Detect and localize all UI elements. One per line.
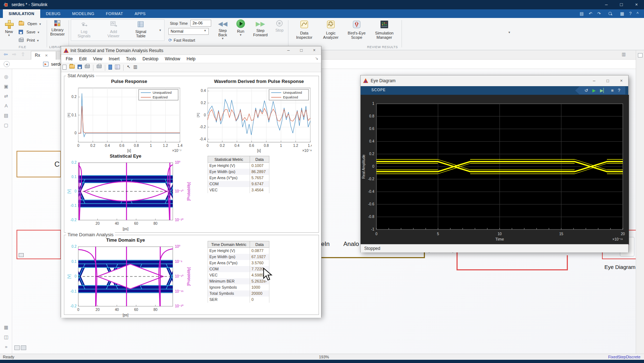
help-icon[interactable]: ? bbox=[618, 87, 620, 94]
menu-item-edit[interactable]: Edit bbox=[76, 55, 90, 61]
data-inspector-button[interactable]: Data Inspector bbox=[293, 20, 315, 39]
menu-item-desktop[interactable]: Desktop bbox=[139, 55, 162, 61]
data-table-icon[interactable]: ▥ bbox=[133, 64, 137, 69]
help-icon[interactable]: ? bbox=[629, 9, 632, 18]
zoom-icon[interactable]: ◎ bbox=[0, 74, 12, 79]
save-button[interactable]: Save ▼ bbox=[19, 28, 40, 35]
run-button[interactable]: Run ▼ bbox=[234, 19, 247, 37]
pointer-icon[interactable]: ↖ bbox=[127, 64, 130, 69]
save-icon[interactable]: ▤ bbox=[580, 9, 584, 18]
tab-apps[interactable]: APPS bbox=[129, 9, 152, 18]
tab-modeling[interactable]: MODELING bbox=[66, 9, 100, 18]
tab-debug[interactable]: DEBUG bbox=[40, 9, 66, 18]
table-row[interactable]: VEC4.5985 bbox=[208, 272, 269, 278]
compare-icon[interactable]: ⇄ bbox=[0, 93, 12, 99]
image-icon[interactable]: ▤ bbox=[0, 113, 12, 118]
run-icon[interactable]: ▶ bbox=[592, 87, 596, 94]
tab-simulation[interactable]: SIMULATION bbox=[3, 9, 40, 18]
signal-line-red-h[interactable] bbox=[457, 269, 568, 270]
print-preview-icon[interactable] bbox=[97, 65, 102, 68]
step-back-icon[interactable]: ↺ bbox=[584, 87, 588, 94]
log-signals-button[interactable]: Log Signals bbox=[74, 21, 94, 38]
table-row[interactable]: Eye Height (V)0.0877 bbox=[208, 248, 269, 254]
canvas-tool-icon[interactable] bbox=[21, 345, 26, 350]
insert-colorbar-icon[interactable] bbox=[115, 65, 120, 69]
table-row[interactable]: Minimum BER5.2632e- bbox=[208, 278, 269, 284]
model-data-icon[interactable]: ▦ bbox=[0, 325, 12, 330]
table-row[interactable]: Total Symbols20000 bbox=[208, 290, 269, 297]
menu-item-file[interactable]: File bbox=[62, 55, 76, 61]
table-row[interactable]: COM7.7220 bbox=[208, 266, 269, 272]
new-button[interactable]: New ▼ bbox=[3, 20, 15, 37]
panel-toggle-icon[interactable] bbox=[638, 53, 643, 57]
menu-item-window[interactable]: Window bbox=[162, 55, 184, 61]
up-arrow-icon[interactable]: ⇧ bbox=[21, 51, 25, 57]
search-icon[interactable] bbox=[606, 9, 615, 18]
close-tab-icon[interactable]: ✕ bbox=[45, 53, 48, 57]
step-back-button[interactable]: ◀◀ Step Back ▼ bbox=[214, 20, 231, 40]
status-solver[interactable]: FixedStepDiscrete bbox=[608, 355, 640, 359]
close-button[interactable]: × bbox=[630, 1, 643, 9]
redo-icon[interactable]: ↷ bbox=[597, 9, 601, 18]
table-row[interactable]: COM9.6747 bbox=[208, 181, 269, 187]
stop-button[interactable]: Stop bbox=[273, 20, 286, 32]
signal-line-olive-stub[interactable] bbox=[424, 252, 425, 258]
minimize-button[interactable]: – bbox=[283, 46, 294, 55]
table-row[interactable]: Eye Width (ps)67.1927 bbox=[208, 254, 269, 260]
minimize-button[interactable]: – bbox=[600, 1, 612, 9]
print-button[interactable]: Print ▼ bbox=[19, 37, 39, 43]
table-row[interactable]: SER0 bbox=[208, 297, 269, 303]
collapse-ribbon-icon[interactable]: ^ bbox=[636, 9, 639, 18]
frame-icon[interactable]: ▣ bbox=[0, 84, 12, 89]
hide-browser-icon[interactable]: ◂ bbox=[4, 61, 10, 67]
add-viewer-button[interactable]: Add Viewer bbox=[103, 21, 124, 38]
annotation-icon[interactable]: A bbox=[0, 103, 12, 108]
area-icon[interactable]: ▢ bbox=[0, 122, 12, 128]
print-icon[interactable] bbox=[85, 65, 90, 68]
property-inspector-icon[interactable]: ◫ bbox=[0, 334, 12, 340]
open-icon[interactable] bbox=[69, 65, 75, 69]
menu-item-view[interactable]: View bbox=[90, 55, 106, 61]
maximize-button[interactable]: □ bbox=[296, 46, 307, 55]
scope-tab[interactable]: SCOPE bbox=[371, 88, 386, 92]
signal-line-olive[interactable] bbox=[321, 257, 425, 258]
signal-line-red-v2[interactable] bbox=[567, 255, 568, 270]
layout-icon[interactable]: ▦ bbox=[620, 9, 624, 18]
stop-icon[interactable]: ■ bbox=[611, 87, 613, 94]
logic-analyzer-button[interactable]: Logic Analyzer bbox=[320, 20, 342, 39]
undo-icon[interactable]: ↶ bbox=[589, 9, 592, 18]
canvas-tool-icon[interactable] bbox=[14, 345, 20, 350]
step-forward-icon[interactable]: ▶▏ bbox=[600, 87, 607, 94]
signal-table-button[interactable]: Signal Table bbox=[131, 21, 150, 38]
step-forward-button[interactable]: ▶▶ Step Forward bbox=[251, 20, 270, 37]
fast-restart-checkbox[interactable]: ⟳ Fast Restart bbox=[168, 37, 195, 43]
save-icon[interactable] bbox=[78, 65, 82, 69]
ribbon-more-button[interactable]: ▼ bbox=[508, 31, 511, 34]
mode-select[interactable]: Normal ▼ bbox=[168, 28, 209, 35]
menu-item-insert[interactable]: Insert bbox=[106, 55, 123, 61]
back-arrow-icon[interactable]: ⇦ bbox=[4, 51, 8, 57]
menu-item-help[interactable]: Help bbox=[184, 55, 199, 61]
expand-icon[interactable]: » bbox=[0, 344, 12, 349]
table-row[interactable]: VEC3.4564 bbox=[208, 187, 269, 193]
table-row[interactable]: Eye Area (V*ps)5.7657 bbox=[208, 175, 269, 181]
forward-arrow-icon[interactable]: ⇨ bbox=[12, 51, 17, 57]
report-icon[interactable] bbox=[108, 65, 112, 70]
tab-rx[interactable]: Rx ✕ bbox=[31, 51, 56, 60]
dock-icon[interactable]: ↘ bbox=[315, 56, 318, 61]
simulation-manager-button[interactable]: Simulation Manager bbox=[372, 20, 397, 39]
birds-eye-scope-button[interactable]: Bird's-Eye Scope bbox=[346, 20, 368, 39]
library-browser-button[interactable]: Library Browser bbox=[48, 20, 67, 36]
canvas-block-red-left[interactable] bbox=[17, 230, 61, 259]
panel-icon[interactable]: ▥ bbox=[622, 52, 626, 57]
menu-item-tools[interactable]: Tools bbox=[123, 55, 139, 61]
tab-format[interactable]: FORMAT bbox=[100, 9, 129, 18]
table-row[interactable]: Eye Area (V*ps)3.5760 bbox=[208, 260, 269, 266]
maximize-button[interactable]: □ bbox=[602, 77, 613, 85]
table-row[interactable]: Ignore Symbols1000 bbox=[208, 284, 269, 290]
minimize-button[interactable]: – bbox=[589, 77, 599, 85]
stop-time-input[interactable]: 2e-06 bbox=[190, 20, 211, 27]
prepare-more-button[interactable]: ▼ bbox=[159, 29, 162, 32]
new-figure-icon[interactable] bbox=[62, 65, 66, 70]
close-button[interactable]: × bbox=[309, 46, 320, 55]
